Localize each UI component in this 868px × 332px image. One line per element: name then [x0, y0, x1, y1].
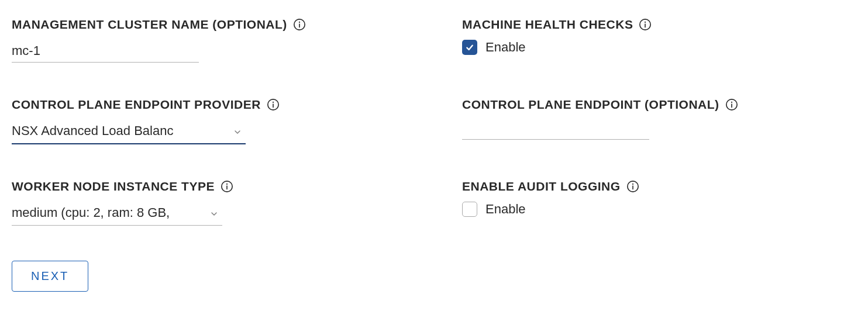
- svg-point-13: [226, 184, 228, 185]
- info-icon[interactable]: [221, 180, 233, 193]
- machine-health-checks-checkbox-row: Enable: [462, 40, 854, 55]
- next-button[interactable]: NEXT: [12, 261, 88, 292]
- management-cluster-name-input[interactable]: [12, 40, 199, 63]
- svg-point-10: [731, 102, 732, 103]
- worker-node-instance-type-label: WORKER NODE INSTANCE TYPE: [12, 179, 404, 193]
- info-icon[interactable]: [267, 98, 280, 111]
- info-icon[interactable]: [639, 18, 652, 31]
- control-plane-endpoint-label: CONTROL PLANE ENDPOINT (OPTIONAL): [462, 98, 854, 112]
- info-icon[interactable]: [293, 18, 306, 31]
- label-text: CONTROL PLANE ENDPOINT (OPTIONAL): [462, 98, 719, 112]
- control-plane-endpoint-provider-select[interactable]: NSX Advanced Load Balanc: [12, 120, 246, 144]
- label-text: MANAGEMENT CLUSTER NAME (OPTIONAL): [12, 18, 287, 32]
- worker-node-instance-type-select[interactable]: medium (cpu: 2, ram: 8 GB,: [12, 202, 222, 226]
- label-text: WORKER NODE INSTANCE TYPE: [12, 179, 215, 193]
- label-text: CONTROL PLANE ENDPOINT PROVIDER: [12, 98, 261, 112]
- enable-audit-logging-checkbox-row: Enable: [462, 202, 854, 217]
- control-plane-endpoint-field: CONTROL PLANE ENDPOINT (OPTIONAL): [462, 98, 854, 144]
- enable-audit-logging-checkbox-label: Enable: [485, 202, 526, 217]
- info-icon[interactable]: [725, 98, 738, 111]
- machine-health-checks-checkbox-label: Enable: [485, 40, 526, 55]
- control-plane-endpoint-input[interactable]: [462, 120, 649, 140]
- worker-node-instance-type-select-wrapper: medium (cpu: 2, ram: 8 GB,: [12, 202, 222, 226]
- machine-health-checks-label: MACHINE HEALTH CHECKS: [462, 18, 854, 32]
- management-cluster-name-field: MANAGEMENT CLUSTER NAME (OPTIONAL): [12, 18, 404, 63]
- machine-health-checks-field: MACHINE HEALTH CHECKS Enable: [462, 18, 854, 63]
- svg-point-4: [645, 22, 646, 23]
- button-row: NEXT: [12, 261, 856, 292]
- machine-health-checks-checkbox[interactable]: [462, 40, 477, 55]
- svg-point-7: [273, 102, 274, 103]
- enable-audit-logging-label: ENABLE AUDIT LOGGING: [462, 179, 854, 193]
- control-plane-endpoint-provider-field: CONTROL PLANE ENDPOINT PROVIDER NSX Adva…: [12, 98, 404, 144]
- svg-point-16: [632, 184, 633, 185]
- control-plane-endpoint-provider-label: CONTROL PLANE ENDPOINT PROVIDER: [12, 98, 404, 112]
- label-text: ENABLE AUDIT LOGGING: [462, 179, 621, 193]
- form-grid: MANAGEMENT CLUSTER NAME (OPTIONAL) MACHI…: [12, 18, 854, 226]
- label-text: MACHINE HEALTH CHECKS: [462, 18, 633, 32]
- enable-audit-logging-field: ENABLE AUDIT LOGGING Enable: [462, 179, 854, 226]
- enable-audit-logging-checkbox[interactable]: [462, 202, 477, 217]
- info-icon[interactable]: [626, 180, 639, 193]
- svg-point-1: [299, 22, 300, 23]
- worker-node-instance-type-field: WORKER NODE INSTANCE TYPE medium (cpu: 2…: [12, 179, 404, 226]
- management-cluster-name-label: MANAGEMENT CLUSTER NAME (OPTIONAL): [12, 18, 404, 32]
- control-plane-endpoint-provider-select-wrapper: NSX Advanced Load Balanc: [12, 120, 246, 144]
